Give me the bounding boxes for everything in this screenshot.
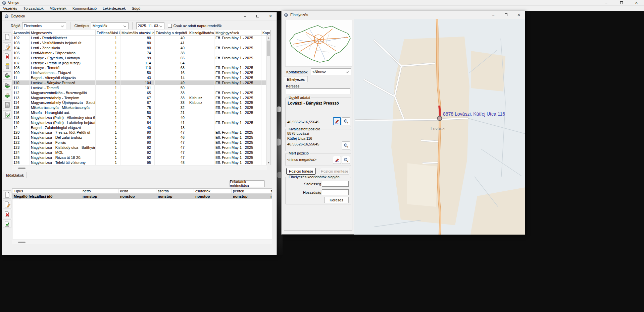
table-row[interactable]: 123 Nagykanizsa - Kisfaludy utca - Batth… [12, 145, 267, 150]
menu-lekerdezesek[interactable]: Lekérdezések [100, 6, 129, 10]
tw-delete-button[interactable] [3, 210, 11, 218]
col-megnevezes[interactable]: Megnevezés [30, 30, 96, 35]
map-canvas[interactable]: 8878 Lovászi, Kútfej Utca 116 Lovászi [354, 19, 525, 235]
locate-customer-button[interactable] [342, 117, 350, 125]
table-row[interactable]: 122 Nagykanizsa - Forrás 1 90 47 Eff. Fr… [12, 140, 267, 145]
notebook-check-button[interactable] [3, 110, 11, 119]
edit-measured-button[interactable] [333, 156, 341, 164]
table-row[interactable]: 102 Lenti - Rendelőintézet 1 80 40 Eff. … [12, 36, 267, 41]
search-input[interactable] [286, 88, 350, 94]
table-row[interactable]: 124 Nagykanizsa - MOL 1 92 47 Eff. From … [12, 150, 267, 155]
scroll-up-icon[interactable]: ▲ [266, 36, 271, 40]
feladatok-modositasa-button[interactable]: Feladatok módosítása [230, 180, 265, 187]
maximize-button[interactable] [255, 13, 260, 19]
only-day-checkbox[interactable] [168, 24, 172, 28]
col-csutortok[interactable]: csütörtök [194, 189, 232, 193]
customer-table-hscrollbar[interactable] [12, 166, 267, 170]
table-row[interactable]: 12 Bagod - Zalaboldogfai elágazó 1 40 13 [12, 125, 267, 130]
table-row[interactable]: 104 Lenti - Zeneiskola 1 80 40 Eff. From… [12, 46, 267, 51]
edit-position-button[interactable] [333, 117, 341, 125]
board-hand-button[interactable] [3, 91, 11, 99]
col-fel-leszallas[interactable]: Fel/leszállási idő [96, 30, 120, 35]
table-row[interactable]: 105 Lenti-Mumor - Törpecsárda 1 74 38 [12, 51, 267, 56]
table-row[interactable]: 115 Mikekarácsonyfa - Mikekarácsonyfa 1 … [12, 105, 267, 110]
korlatozasok-select[interactable]: <Nincs> [311, 68, 351, 75]
table-row[interactable]: 119 Nagykanizsa (Palin) - Lakótelep bejá… [12, 120, 267, 125]
scroll-down-icon[interactable]: ▼ [266, 161, 271, 165]
col-tipus[interactable]: Típus [12, 189, 81, 193]
tw-new-button[interactable] [3, 190, 11, 199]
table-row[interactable]: 112 Magyarszentmiklós - Buszmegálló 1 65… [12, 90, 267, 95]
new-record-button[interactable] [3, 33, 11, 41]
col-kedd[interactable]: kedd [119, 189, 156, 193]
table-row[interactable]: 116 Misefa - Haranglábi aut. 1 50 21 Eff… [12, 110, 267, 115]
maximize-button[interactable] [503, 12, 509, 17]
ugyfelek-titlebar[interactable]: Ügyfelek – ✕ [2, 12, 277, 20]
tw-edit-button[interactable] [3, 200, 11, 208]
locate-selected-button[interactable] [342, 141, 350, 149]
menu-sugo[interactable]: Súgó [129, 6, 144, 10]
table-row[interactable]: 109 Lickóvadamos - Elágazó 1 50 16 Eff. … [12, 70, 267, 75]
hungary-overview-map[interactable] [285, 20, 352, 67]
edit-record-button[interactable] [3, 42, 11, 51]
close-button[interactable]: ✕ [516, 12, 522, 17]
region-select[interactable]: Flextronics [22, 22, 66, 29]
delete-record-button[interactable] [3, 52, 11, 60]
col-tavolsag[interactable]: Távolság a depótól [155, 30, 188, 35]
customer-table-vscrollbar[interactable]: ▲ ▼ [266, 36, 270, 165]
minimize-button[interactable]: – [491, 12, 496, 17]
table-row[interactable]: 103 Lenti - Vasútállomás bejárati út 1 8… [12, 41, 267, 46]
board-gear-button[interactable] [3, 71, 11, 80]
table-row[interactable]: 125 Nagykanizsa - Rózsa út 18-20. 1 92 4… [12, 155, 267, 160]
scrollbar-thumb[interactable] [18, 242, 26, 243]
table-row[interactable]: 118 Nagykanizsa (Palin) - Alkotmány utca… [12, 115, 267, 120]
table-row[interactable]: 121 Nagykanizsa - Dél-zalai áruház 1 90 … [12, 135, 267, 140]
app-close-button[interactable]: ✕ [629, 0, 644, 5]
table-row[interactable]: 114 Magyarszerdahely-Újnéppuszta - Szoci… [12, 100, 267, 105]
date-select[interactable]: 2025. 11. 03. [136, 22, 164, 29]
cimtipus-select[interactable]: Megállók [91, 22, 129, 29]
scrollbar-thumb[interactable] [267, 41, 270, 56]
locate-measured-button[interactable] [342, 156, 350, 164]
table-row[interactable]: 111 Lovászi - Temető 1 101 50 [12, 85, 267, 90]
col-max-utazas[interactable]: Maximális utazási idő [120, 30, 155, 35]
col-szombat[interactable]: szomb [269, 189, 272, 193]
scrollbar-thumb[interactable] [18, 168, 26, 169]
col-kapcs[interactable]: Kapcs [261, 30, 270, 35]
col-szerda[interactable]: szerda [156, 189, 194, 193]
menu-muveletek[interactable]: Műveletek [47, 6, 69, 10]
pozicio-torlese-button[interactable]: Pozíció törlése [286, 168, 316, 175]
longitude-input[interactable] [322, 189, 349, 195]
pozicio-mentese-button[interactable]: Pozíció mentése [320, 168, 349, 175]
table-row[interactable]: 108 Letenye - Temető 1 110 63 Eff. From … [12, 65, 267, 70]
table-row[interactable]: 113 Magyarszerdahely - Templom 1 67 33 K… [12, 95, 267, 100]
elhelyezes-titlebar[interactable]: Elhelyezés – ✕ [282, 11, 525, 19]
table-row[interactable]: 106 Letenye - Egyeduta, Laktanya 1 99 65… [12, 55, 267, 60]
table-row[interactable]: 110 Lovászi - Bányász Presszó 1 104 49 E… [12, 80, 267, 85]
latitude-input[interactable] [322, 181, 349, 187]
menu-torzsadatok[interactable]: Törzsadatok [20, 6, 47, 10]
minimize-button[interactable]: – [242, 13, 248, 19]
app-minimize-button[interactable]: – [599, 0, 614, 5]
col-hetfo[interactable]: hétfő [81, 189, 119, 193]
close-button[interactable]: ✕ [268, 13, 273, 19]
menu-vezerles[interactable]: Vezérlés [0, 6, 20, 10]
calculator-button[interactable] [3, 101, 11, 109]
board-gears-button[interactable] [3, 81, 11, 89]
timewindow-hscrollbar[interactable] [12, 240, 272, 244]
menu-kommunikacio[interactable]: Kommunikáció [69, 6, 100, 10]
col-megjegyzesek[interactable]: Megjegyzések [214, 30, 261, 35]
table-row[interactable]: 107 Letenye - Petőfi út (régi tüzép) 1 1… [12, 60, 267, 65]
tab-idoablakok[interactable]: Időablakok [3, 172, 27, 178]
tab-elhelyezes[interactable]: Elhelyezés [284, 76, 308, 82]
col-azonosito[interactable]: Azonosító [12, 30, 30, 35]
col-kiszolgalhatosag[interactable]: Kiszolgálhatósági tulajdonsá [188, 30, 214, 35]
coord-search-button[interactable]: Keresés [324, 197, 349, 203]
app-restore-button[interactable] [614, 0, 629, 5]
col-pentek[interactable]: péntek [232, 189, 269, 193]
table-row[interactable]: 11 Bagod - Vitenyédi elágazás 1 43 14 Ef… [12, 75, 267, 80]
table-row[interactable]: 126 Nagykanizsa - Teleki úti víztorony 1… [12, 160, 267, 165]
timewindow-row[interactable]: Megálló felszállási idő nonstop nonstop … [12, 194, 272, 199]
table-row[interactable]: 120 Nagykanizsa - 7-es sz. főút-Petőfi ú… [12, 130, 267, 135]
tw-apply-button[interactable] [3, 220, 11, 228]
